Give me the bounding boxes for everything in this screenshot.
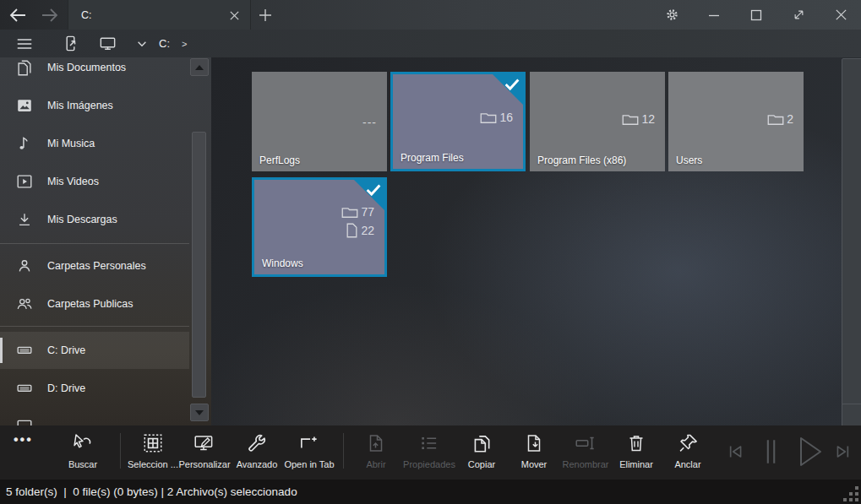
pause-icon <box>760 436 782 467</box>
cmd-label: Avanzado <box>237 459 278 469</box>
chevron-down-icon <box>136 38 148 50</box>
pictures-icon <box>15 96 34 115</box>
folder-tile-label: Windows <box>262 257 303 269</box>
list-icon <box>418 431 440 456</box>
folder-counts: 2 <box>767 112 793 126</box>
sidebar-scrollbar-thumb[interactable] <box>192 132 206 398</box>
command-bar: ••• Buscar Seleccion ... Personalizar A <box>0 425 861 480</box>
minimize-button[interactable] <box>695 0 733 30</box>
folder-tile-users[interactable]: 2 Users <box>668 72 804 171</box>
folder-tile-label: Users <box>676 154 702 166</box>
diagonal-arrow-icon <box>791 7 807 23</box>
skip-to-start-button[interactable] <box>723 441 745 463</box>
back-arrow-icon <box>8 5 28 25</box>
folder-tile-label: Program Files <box>401 152 464 164</box>
folder-tile-label: PerfLogs <box>259 154 300 166</box>
sidebar-item-music[interactable]: Mi Musica <box>0 125 189 162</box>
back-button[interactable] <box>0 0 35 30</box>
sidebar-item-pictures[interactable]: Mis Imágenes <box>0 87 189 124</box>
sidebar-item-label: Carpetas Publicas <box>47 298 133 310</box>
sidebar-item-d-drive[interactable]: D: Drive <box>0 370 189 407</box>
triangle-down-icon <box>195 410 204 415</box>
person-icon <box>15 257 34 275</box>
pause-button[interactable] <box>760 436 782 467</box>
checkmark-icon <box>364 182 383 198</box>
close-window-button[interactable] <box>821 0 860 30</box>
sidebar-item-public-folders[interactable]: Carpetas Publicas <box>0 285 189 322</box>
folder-grid: --- PerfLogs 16 Program Files 12 <box>211 57 861 425</box>
fullscreen-button[interactable] <box>779 0 818 30</box>
tab-title: C: <box>81 9 92 21</box>
cmd-open-in-tab-button[interactable]: Open in Tab <box>277 431 341 469</box>
breadcrumb-drive[interactable]: C: <box>159 37 170 50</box>
pin-icon <box>678 431 699 456</box>
sidebar-item-documents[interactable]: Mis Documentos <box>0 49 189 86</box>
trash-icon <box>626 431 646 456</box>
selection-grid-icon <box>142 431 164 456</box>
sidebar-scroll-up-button[interactable] <box>190 58 209 76</box>
skip-to-end-button[interactable] <box>833 441 855 463</box>
checkmark-icon <box>503 76 521 93</box>
file-count: 22 <box>361 224 374 237</box>
sidebar-scroll-down-button[interactable] <box>190 404 209 421</box>
more-options-button[interactable]: ••• <box>14 432 33 447</box>
drive-icon <box>15 379 34 398</box>
cmd-label: Eliminar <box>619 459 653 469</box>
titlebar: C: <box>0 0 861 30</box>
copy-icon <box>471 431 493 456</box>
skip-forward-icon <box>833 441 855 463</box>
resize-grip[interactable] <box>843 486 858 501</box>
new-tab-icon <box>297 431 321 456</box>
folder-tile-program-files-x86[interactable]: 12 Program Files (x86) <box>530 72 665 171</box>
cmd-label: Personalizar <box>178 459 230 469</box>
new-tab-button[interactable] <box>251 0 279 30</box>
file-manager-window: C: <box>0 0 861 504</box>
breadcrumb-chevron: > <box>182 39 187 49</box>
sidebar-item-label: Mis Videos <box>47 176 99 187</box>
tab-close-button[interactable] <box>224 5 244 25</box>
sidebar-divider <box>0 326 189 327</box>
sidebar-item-label: Mis Documentos <box>47 62 126 73</box>
main-scroll-up-button[interactable] <box>842 58 861 426</box>
cmd-search-button[interactable]: Buscar <box>51 431 115 469</box>
tab-c-drive[interactable]: C: <box>68 0 251 30</box>
skip-back-icon <box>723 441 745 463</box>
folder-counts: 16 <box>480 111 513 124</box>
open-file-icon <box>366 431 386 456</box>
maximize-button[interactable] <box>737 0 776 30</box>
folder-tile-windows[interactable]: 77 22 Windows <box>252 177 387 277</box>
close-icon <box>229 10 240 21</box>
folder-count: 2 <box>787 112 793 126</box>
sidebar-item-personal-folders[interactable]: Carpetas Personales <box>0 247 189 285</box>
triangle-up-icon <box>195 65 204 70</box>
cmd-label: Propiedades <box>403 459 455 469</box>
cmd-pin-button[interactable]: Anclar <box>656 431 720 469</box>
sidebar-item-downloads[interactable]: Mis Descargas <box>0 201 189 238</box>
drive-icon <box>15 415 34 425</box>
settings-button[interactable] <box>652 0 691 30</box>
sidebar-divider <box>0 243 189 244</box>
folder-tile-perflogs[interactable]: --- PerfLogs <box>252 72 387 171</box>
sidebar-item-videos[interactable]: Mis Videos <box>0 163 189 200</box>
video-icon <box>15 172 34 191</box>
cmd-label: Buscar <box>68 459 97 469</box>
sidebar-item-partial[interactable] <box>0 414 189 425</box>
wrench-icon <box>246 431 268 456</box>
maximize-icon <box>749 8 764 23</box>
folder-icon <box>480 111 497 124</box>
sidebar-item-label: Carpetas Personales <box>47 260 146 272</box>
forward-button[interactable] <box>32 0 68 30</box>
move-icon <box>524 431 544 456</box>
minimize-icon <box>706 8 722 23</box>
folder-tile-label: Program Files (x86) <box>537 154 626 166</box>
sidebar-item-c-drive[interactable]: C: Drive <box>0 332 189 369</box>
sidebar-item-label: Mis Imágenes <box>47 100 113 111</box>
folder-tile-program-files[interactable]: 16 Program Files <box>390 72 526 171</box>
play-icon <box>793 434 826 469</box>
cmd-label: Abrir <box>366 459 385 469</box>
play-button[interactable] <box>793 434 826 469</box>
sidebar-item-label: Mis Descargas <box>47 214 117 225</box>
cmd-label: Seleccion ... <box>128 459 178 469</box>
forward-arrow-icon <box>40 5 60 25</box>
cmd-label: Renombrar <box>562 459 608 469</box>
